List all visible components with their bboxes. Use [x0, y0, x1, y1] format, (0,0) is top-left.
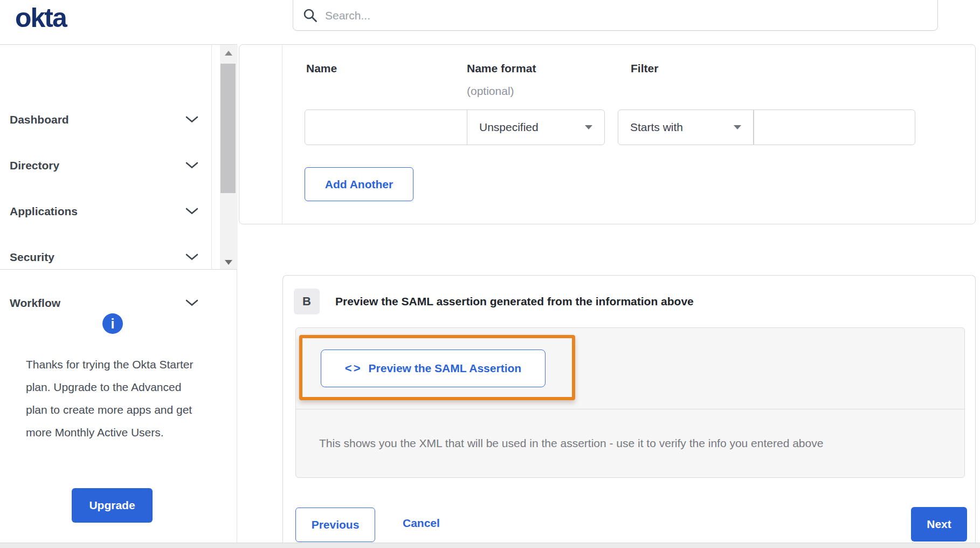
- code-brackets-icon: <>: [345, 361, 362, 375]
- section-b-badge: B: [294, 289, 320, 314]
- name-format-optional-note: (optional): [467, 85, 514, 98]
- scroll-down-arrow-icon[interactable]: [225, 260, 232, 265]
- search-icon: [303, 8, 318, 23]
- info-icon: i: [102, 313, 123, 334]
- sidebar-item-security[interactable]: Security: [0, 234, 211, 280]
- filter-type-selected-value: Starts with: [630, 121, 683, 134]
- upgrade-button[interactable]: Upgrade: [72, 488, 153, 523]
- name-format-column-label: Name format: [467, 62, 536, 75]
- assertion-note-text: This shows you the XML that will be used…: [319, 437, 823, 450]
- preview-button-label: Preview the SAML Assertion: [369, 362, 522, 375]
- filter-value-input[interactable]: [754, 110, 915, 145]
- horizontal-scrollbar[interactable]: [0, 543, 980, 548]
- dropdown-caret-icon: [734, 125, 741, 129]
- filter-column-label: Filter: [631, 62, 658, 75]
- okta-logo: okta: [15, 2, 66, 33]
- nav-right-border: [211, 44, 212, 270]
- okta-admin-wizard-page: okta Dashboard Directory Applications Se…: [0, 0, 980, 548]
- sidebar-item-label: Dashboard: [10, 113, 69, 126]
- sidebar-item-label: Directory: [10, 159, 59, 172]
- sidebar-nav: Dashboard Directory Applications Securit…: [0, 44, 237, 270]
- name-column-label: Name: [306, 62, 337, 75]
- section-b-title: Preview the SAML assertion generated fro…: [335, 295, 694, 308]
- name-format-dropdown[interactable]: Unspecified: [467, 109, 605, 145]
- sidebar-item-directory[interactable]: Directory: [0, 142, 211, 188]
- chevron-down-icon: [185, 254, 198, 261]
- chevron-down-icon: [185, 162, 198, 169]
- global-search[interactable]: [293, 0, 938, 31]
- search-input[interactable]: [325, 9, 928, 22]
- add-another-button[interactable]: Add Another: [305, 167, 413, 201]
- dropdown-caret-icon: [585, 125, 592, 129]
- preview-saml-assertion-button[interactable]: <> Preview the SAML Assertion: [321, 350, 546, 387]
- sidebar-item-label: Security: [10, 251, 54, 264]
- filter-type-dropdown[interactable]: Starts with: [618, 109, 754, 145]
- next-button[interactable]: Next: [911, 507, 967, 542]
- cancel-link[interactable]: Cancel: [403, 517, 440, 530]
- card-gutter-divider: [282, 45, 282, 224]
- name-input[interactable]: [305, 110, 467, 145]
- filter-value-field[interactable]: [754, 109, 915, 145]
- panel-divider: [296, 409, 964, 409]
- name-input-field[interactable]: [305, 109, 467, 145]
- scroll-up-arrow-icon[interactable]: [225, 51, 232, 56]
- name-format-selected-value: Unspecified: [479, 121, 539, 134]
- scrollbar-thumb[interactable]: [220, 64, 236, 193]
- chevron-down-icon: [185, 116, 198, 123]
- previous-button[interactable]: Previous: [295, 508, 375, 542]
- chevron-down-icon: [185, 208, 198, 215]
- sidebar-item-applications[interactable]: Applications: [0, 188, 211, 234]
- plan-promo-text: Thanks for trying the Okta Starter plan.…: [26, 353, 204, 444]
- chevron-down-icon: [185, 299, 198, 306]
- sidebar-item-dashboard[interactable]: Dashboard: [0, 97, 211, 142]
- sidebar-item-label: Workflow: [10, 297, 60, 310]
- sidebar-divider: [237, 44, 237, 548]
- sidebar-item-label: Applications: [10, 205, 78, 218]
